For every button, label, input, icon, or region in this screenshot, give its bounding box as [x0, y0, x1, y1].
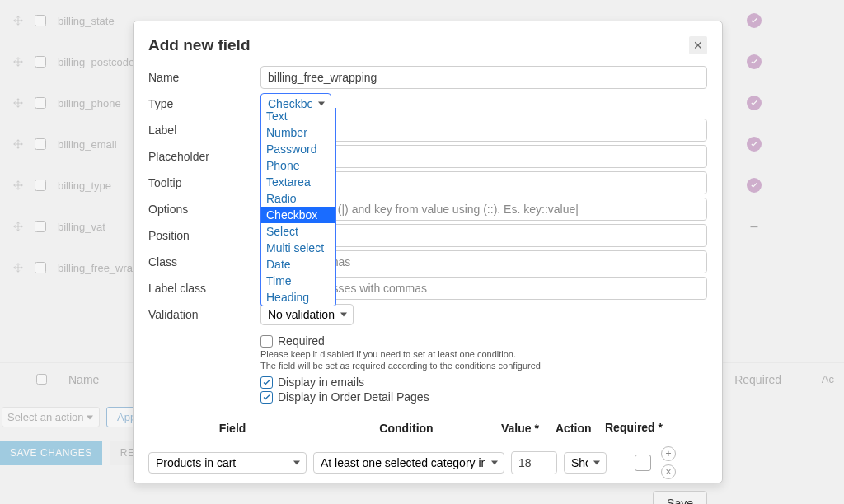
- display-order-label: Display in Order Detail Pages: [278, 390, 429, 404]
- labelclass-label: Label class: [148, 282, 260, 295]
- type-option[interactable]: Textarea: [261, 174, 335, 190]
- cond-head-required: Required *: [605, 422, 664, 435]
- add-field-dialog: Add new field ✕ Name Type Checkbox Label…: [133, 21, 723, 483]
- type-option[interactable]: Radio: [261, 190, 335, 207]
- name-input[interactable]: [260, 66, 707, 89]
- cond-value-input[interactable]: [511, 451, 557, 474]
- save-button[interactable]: Save: [653, 491, 707, 504]
- required-hint2: The field will be set as required accord…: [260, 361, 707, 371]
- validation-label: Validation: [148, 308, 260, 321]
- type-option[interactable]: Phone: [261, 157, 335, 174]
- type-option[interactable]: Select: [261, 223, 335, 240]
- cond-head-action: Action: [556, 422, 605, 435]
- cond-head-field: Field: [153, 422, 312, 435]
- cond-required-checkbox[interactable]: [635, 455, 651, 471]
- required-checkbox[interactable]: [260, 335, 273, 348]
- remove-condition-icon[interactable]: ×: [661, 464, 676, 479]
- type-option[interactable]: Date: [261, 256, 335, 273]
- cond-field-select[interactable]: Products in cart: [148, 452, 307, 474]
- display-emails-label: Display in emails: [278, 376, 364, 389]
- label-label: Label: [148, 124, 260, 137]
- placeholder-label: Placeholder: [148, 150, 260, 163]
- type-label: Type: [148, 97, 260, 110]
- add-condition-icon[interactable]: +: [661, 446, 676, 461]
- required-label: Required: [278, 334, 325, 348]
- display-emails-checkbox[interactable]: [260, 376, 273, 389]
- type-option[interactable]: Password: [261, 141, 335, 157]
- position-label: Position: [148, 229, 260, 242]
- tooltip-label: Tooltip: [148, 176, 260, 189]
- cond-head-value: Value *: [501, 422, 556, 435]
- type-option[interactable]: Text: [261, 108, 335, 124]
- type-dropdown[interactable]: Text Number Password Phone Textarea Radi…: [260, 108, 336, 306]
- options-label: Options: [148, 203, 260, 216]
- type-option[interactable]: Time: [261, 273, 335, 289]
- close-icon[interactable]: ✕: [689, 36, 707, 54]
- type-option[interactable]: Heading: [261, 289, 335, 306]
- type-option-selected[interactable]: Checkbox: [261, 207, 335, 223]
- cond-action-select[interactable]: Show: [564, 452, 607, 474]
- cond-condition-select[interactable]: At least one selected category in cart: [313, 452, 504, 474]
- dialog-title: Add new field: [148, 36, 251, 54]
- type-option[interactable]: Number: [261, 124, 335, 141]
- name-label: Name: [148, 71, 260, 84]
- class-label: Class: [148, 255, 260, 268]
- display-order-checkbox[interactable]: [260, 391, 273, 404]
- type-option[interactable]: Multi select: [261, 240, 335, 256]
- cond-head-condition: Condition: [312, 422, 501, 435]
- validation-select[interactable]: No validation: [260, 304, 354, 325]
- required-hint: Please keep it disabled if you need to s…: [260, 349, 707, 359]
